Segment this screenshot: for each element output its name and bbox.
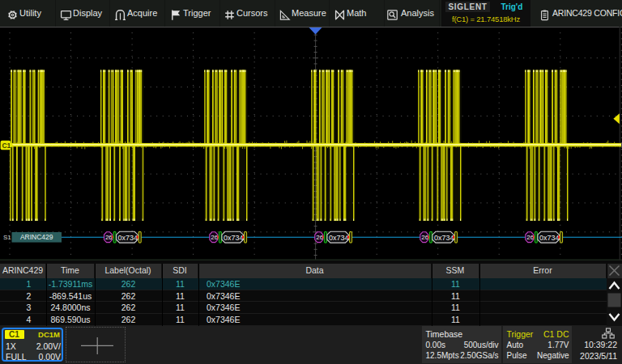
svg-text:ARINC429: ARINC429 [20, 233, 53, 241]
svg-text:C1: C1 [2, 142, 11, 150]
svg-text:S1: S1 [3, 234, 11, 241]
